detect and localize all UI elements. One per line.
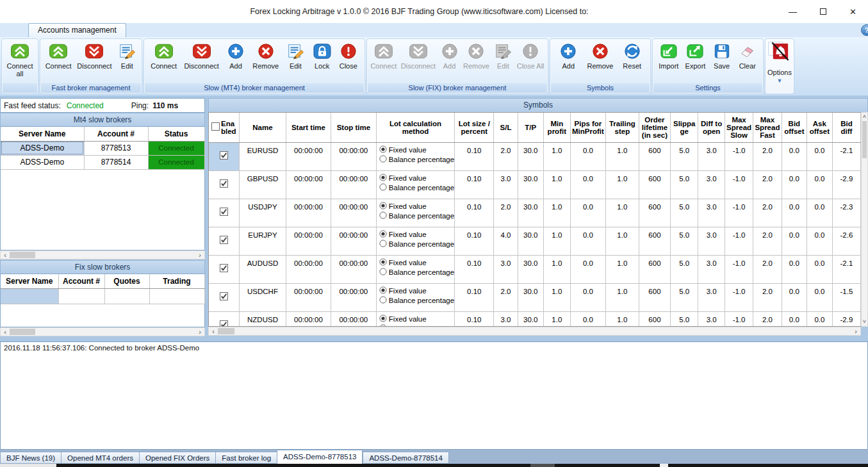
tp-cell[interactable]: 30.0 bbox=[518, 199, 543, 227]
column-header[interactable]: Stop time bbox=[331, 113, 376, 142]
name-cell[interactable]: EURUSD bbox=[240, 142, 286, 170]
column-header[interactable]: Bid offset bbox=[782, 113, 807, 142]
symbol-row[interactable]: USDCHF00:00:0000:00:00 Fixed value Balan… bbox=[209, 283, 861, 311]
symbols-add-button[interactable]: Add bbox=[558, 42, 578, 71]
min-profit-cell[interactable]: 1.0 bbox=[543, 311, 570, 327]
bid-offset-cell[interactable]: 0.0 bbox=[782, 142, 807, 170]
radio-icon[interactable] bbox=[379, 211, 387, 220]
column-header[interactable]: Lot size / percent bbox=[455, 113, 494, 142]
tab-accounts-management[interactable]: Accounts management bbox=[28, 23, 126, 37]
stop-time-cell[interactable]: 00:00:00 bbox=[331, 170, 376, 199]
slippage-cell[interactable]: 5.0 bbox=[671, 227, 698, 255]
radio-icon[interactable] bbox=[379, 315, 387, 324]
bottom-tab-bjf-news-19-[interactable]: BJF News (19) bbox=[0, 452, 61, 464]
scrollbar-thumb[interactable] bbox=[218, 328, 234, 334]
tp-cell[interactable]: 30.0 bbox=[518, 227, 543, 255]
lot-method-option[interactable]: Fixed value bbox=[379, 174, 454, 183]
mt4-horizontal-scrollbar[interactable]: ‹ › bbox=[0, 250, 205, 259]
enabled-cell[interactable] bbox=[209, 227, 240, 255]
bottom-tab-adss-demo-8778513[interactable]: ADSS-Demo-8778513 bbox=[277, 450, 363, 464]
stop-time-cell[interactable]: 00:00:00 bbox=[331, 142, 376, 170]
lot-size-cell[interactable]: 0.10 bbox=[455, 255, 494, 283]
slippage-cell[interactable]: 5.0 bbox=[671, 199, 698, 227]
radio-icon[interactable] bbox=[379, 258, 387, 267]
settings-save-button[interactable]: Save bbox=[712, 42, 732, 71]
radio-icon[interactable] bbox=[379, 155, 387, 164]
mt4-disconnect-button[interactable]: Disconnect bbox=[183, 42, 219, 71]
lot-method-option[interactable]: Fixed value bbox=[379, 202, 454, 211]
lot-method-option[interactable]: Balance percentage bbox=[379, 183, 454, 193]
column-header[interactable]: Server Name bbox=[1, 274, 58, 288]
account-cell[interactable]: 8778514 bbox=[84, 155, 148, 169]
diff-to-open-cell[interactable]: 3.0 bbox=[698, 255, 725, 283]
trailing-step-cell[interactable]: 1.0 bbox=[606, 170, 639, 199]
lot-method-option[interactable]: Balance percentage bbox=[379, 211, 454, 221]
sl-cell[interactable]: 3.0 bbox=[494, 170, 518, 199]
fix-broker-row[interactable] bbox=[1, 288, 204, 304]
fix-broker-cell[interactable] bbox=[1, 288, 58, 304]
order-lifetime-cell[interactable]: 600 bbox=[639, 227, 671, 255]
help-icon[interactable]: ? bbox=[861, 24, 868, 36]
start-time-cell[interactable]: 00:00:00 bbox=[286, 170, 331, 199]
enabled-cell[interactable] bbox=[209, 142, 240, 170]
scrollbar-thumb[interactable] bbox=[862, 121, 867, 158]
slippage-cell[interactable]: 5.0 bbox=[671, 255, 698, 283]
column-header[interactable]: Quotes bbox=[104, 274, 149, 288]
column-header[interactable]: Name bbox=[240, 113, 286, 142]
max-spread-fast-cell[interactable]: 2.0 bbox=[753, 199, 782, 227]
min-profit-cell[interactable]: 1.0 bbox=[543, 170, 570, 199]
bottom-tab-opened-fix-orders[interactable]: Opened FIX Orders bbox=[139, 452, 215, 464]
bid-diff-cell[interactable]: -2.1 bbox=[832, 255, 860, 283]
bid-diff-cell[interactable]: -2.3 bbox=[832, 199, 860, 227]
column-header[interactable]: Lot calculation method bbox=[376, 113, 454, 142]
stop-time-cell[interactable]: 00:00:00 bbox=[331, 199, 376, 227]
fast-edit-button[interactable]: Edit bbox=[117, 42, 137, 71]
column-header[interactable]: Server Name bbox=[1, 127, 84, 141]
bid-offset-cell[interactable]: 0.0 bbox=[782, 199, 807, 227]
min-profit-cell[interactable]: 1.0 bbox=[543, 142, 570, 170]
radio-icon[interactable] bbox=[379, 230, 387, 239]
radio-icon[interactable] bbox=[379, 202, 387, 211]
order-lifetime-cell[interactable]: 600 bbox=[639, 283, 671, 311]
start-time-cell[interactable]: 00:00:00 bbox=[286, 311, 331, 327]
bid-offset-cell[interactable]: 0.0 bbox=[782, 227, 807, 255]
log-area[interactable]: 2016.11.18 11:56:37.106: Connected to br… bbox=[0, 341, 868, 450]
max-spread-fast-cell[interactable]: 2.0 bbox=[753, 255, 782, 283]
trailing-step-cell[interactable]: 1.0 bbox=[606, 311, 639, 327]
options-bell-muted-icon[interactable] bbox=[771, 41, 789, 65]
enabled-cell[interactable] bbox=[209, 199, 240, 227]
account-cell[interactable]: 8778513 bbox=[84, 141, 148, 155]
max-spread-slow-cell[interactable]: -1.0 bbox=[725, 170, 753, 199]
lot-size-cell[interactable]: 0.10 bbox=[455, 311, 494, 327]
diff-to-open-cell[interactable]: 3.0 bbox=[698, 199, 725, 227]
max-spread-slow-cell[interactable]: -1.0 bbox=[725, 255, 753, 283]
server-name-cell[interactable]: ADSS-Demo bbox=[1, 155, 84, 169]
enabled-checkbox[interactable] bbox=[220, 181, 228, 189]
enabled-cell[interactable] bbox=[209, 283, 240, 311]
bid-diff-cell[interactable]: -2.6 bbox=[832, 227, 860, 255]
enabled-cell[interactable] bbox=[209, 255, 240, 283]
mt4-broker-row[interactable]: ADSS-Demo8778514Connected bbox=[1, 155, 204, 169]
server-name-cell[interactable]: ADSS-Demo bbox=[1, 141, 84, 155]
max-spread-slow-cell[interactable]: -1.0 bbox=[725, 199, 753, 227]
lot-method-option[interactable]: Fixed value bbox=[379, 145, 454, 155]
order-lifetime-cell[interactable]: 600 bbox=[639, 311, 671, 327]
sl-cell[interactable]: 3.0 bbox=[494, 311, 518, 327]
connect-all-button[interactable]: Connect all bbox=[4, 42, 35, 79]
tp-cell[interactable]: 30.0 bbox=[518, 283, 543, 311]
tp-cell[interactable]: 30.0 bbox=[518, 311, 543, 327]
scrollbar-thumb[interactable] bbox=[10, 252, 35, 258]
sl-cell[interactable]: 4.0 bbox=[494, 227, 518, 255]
name-cell[interactable]: USDJPY bbox=[240, 199, 286, 227]
bid-diff-cell[interactable]: -2.9 bbox=[832, 311, 860, 327]
pips-for-minprofit-cell[interactable]: 0.0 bbox=[570, 255, 605, 283]
lot-size-cell[interactable]: 0.10 bbox=[455, 199, 494, 227]
radio-icon[interactable] bbox=[379, 286, 387, 295]
column-header[interactable]: Pips for MinProfit bbox=[570, 113, 605, 142]
tp-cell[interactable]: 30.0 bbox=[518, 170, 543, 199]
fix-broker-cell[interactable] bbox=[149, 288, 204, 304]
symbol-row[interactable]: GBPUSD00:00:0000:00:00 Fixed value Balan… bbox=[209, 170, 861, 199]
diff-to-open-cell[interactable]: 3.0 bbox=[698, 142, 725, 170]
scroll-left-icon[interactable]: ‹ bbox=[1, 329, 10, 336]
scroll-right-icon[interactable]: › bbox=[195, 329, 204, 336]
